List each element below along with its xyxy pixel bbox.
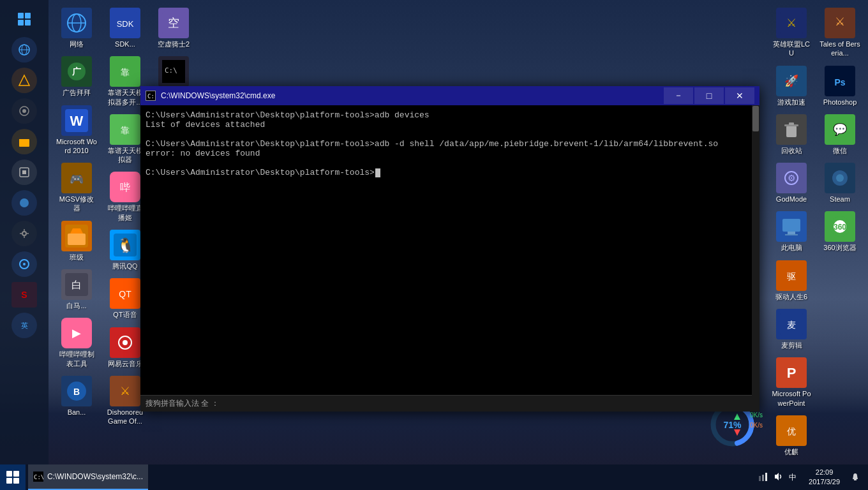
cmd-line-7: C:\Users\Administrator\Desktop\platform-… [146, 168, 754, 177]
clock[interactable]: 22:09 2017/3/29 [804, 468, 845, 487]
svg-text:💬: 💬 [833, 122, 848, 137]
desktop-icon-baima[interactable]: 白 白马... [54, 267, 100, 313]
cmd-ime-bar: 搜狗拼音输入法 全 ： [140, 395, 760, 412]
svg-point-14 [23, 263, 26, 265]
desktop-icon-ban[interactable]: B Ban... [54, 373, 100, 419]
desktop-icon-360-browser[interactable]: 360 360浏览器 [817, 209, 863, 255]
desktop-icon-recycle-bin[interactable]: 回收站 [768, 112, 814, 158]
start-button[interactable] [0, 464, 26, 490]
sidebar-eng-icon[interactable]: 英 [11, 313, 37, 338]
svg-rect-68 [788, 232, 795, 234]
tray-ime-icon[interactable]: 中 [787, 472, 798, 483]
svg-point-47 [123, 340, 128, 345]
desktop-icon-sdk[interactable]: SDK SDK... [102, 5, 148, 51]
tray-network-icon[interactable] [756, 471, 770, 484]
taskbar-cmd-item[interactable]: C:\ C:\WINDOWS\system32\c... [28, 464, 148, 490]
desktop-icon-my-computer[interactable]: 此电脑 [768, 209, 814, 255]
cmd-line-6 [146, 158, 754, 168]
cmd-close-button[interactable]: ✕ [725, 87, 754, 104]
cmd-minimize-button[interactable]: － [664, 87, 693, 104]
desktop-icon-network[interactable]: 网络 [54, 5, 100, 51]
desktop-icon-godmode[interactable]: ⚙ GodMode [768, 160, 814, 206]
sidebar-sogou-icon[interactable]: S [11, 282, 37, 308]
windows-start-button[interactable] [11, 6, 37, 32]
desktop: C:\ C:\WINDOWS\system32\cmd.exe － □ ✕ C:… [0, 0, 868, 490]
svg-rect-10 [22, 170, 26, 174]
sidebar-button-folder[interactable] [11, 129, 37, 154]
svg-text:白: 白 [71, 279, 82, 290]
svg-rect-96 [759, 476, 761, 481]
desktop-icon-steam[interactable]: Steam [817, 160, 863, 206]
svg-rect-69 [785, 234, 798, 235]
desktop-icon-driver-life[interactable]: 驱 驱动人生6 [768, 258, 814, 304]
desktop-icon-hollow-knight[interactable]: 空 空虚骑士2 [151, 5, 197, 51]
network-info: 0K/s 0K/s [750, 410, 763, 431]
desktop-icon-wechat[interactable]: 💬 微信 [817, 112, 863, 158]
svg-marker-92 [734, 413, 740, 420]
svg-point-12 [22, 232, 26, 235]
sidebar-button-3[interactable] [11, 98, 37, 124]
svg-text:B: B [73, 387, 80, 397]
svg-marker-93 [734, 429, 740, 436]
svg-point-86 [836, 174, 844, 182]
scrollbar-thumb[interactable] [752, 106, 759, 131]
desktop-icon-maijianji[interactable]: 麦 麦剪辑 [768, 306, 814, 352]
cmd-content[interactable]: C:\Users\Administrator\Desktop\platform-… [140, 105, 760, 395]
net-up-speed: 0K/s [750, 410, 763, 420]
svg-text:靠: 靠 [121, 125, 130, 135]
sidebar-button-2[interactable] [11, 68, 37, 93]
svg-text:C:\: C:\ [34, 474, 43, 480]
sidebar-button-6[interactable] [11, 190, 37, 216]
taskbar-cmd-label: C:\WINDOWS\system32\c... [47, 472, 143, 481]
svg-text:W: W [70, 113, 84, 129]
desktop-icon-tales-berseria[interactable]: ⚔ Tales of Berseria... [817, 5, 863, 61]
svg-rect-63 [789, 122, 794, 125]
svg-rect-25 [68, 234, 86, 245]
svg-rect-61 [786, 126, 797, 137]
desktop-icon-bilibili-tool[interactable]: ▶ 哔哩哔哩制表工具 [54, 315, 100, 371]
vertical-sidebar: S 英 [0, 0, 49, 464]
desktop-icon-photoshop[interactable]: Ps Photoshop [817, 63, 863, 109]
svg-text:⚔: ⚔ [786, 17, 797, 29]
svg-text:⚔: ⚔ [835, 15, 845, 28]
cmd-maximize-button[interactable]: □ [694, 87, 724, 104]
svg-text:驱: 驱 [787, 271, 796, 281]
desktop-icon-youqi[interactable]: 优 优麒 [768, 413, 814, 459]
svg-text:🚀: 🚀 [784, 74, 799, 88]
clock-date: 2017/3/29 [809, 477, 840, 487]
svg-text:靠: 靠 [121, 67, 130, 77]
sidebar-button-network[interactable] [11, 37, 37, 63]
svg-text:QT: QT [119, 289, 131, 299]
notification-button[interactable] [848, 464, 863, 490]
cmd-line-5: error: no devices found [146, 149, 754, 158]
desktop-icon-banji[interactable]: 班级 [54, 218, 100, 264]
svg-rect-97 [762, 475, 764, 481]
sidebar-button-5[interactable] [11, 160, 37, 185]
desktop-icon-game-accelerator[interactable]: 🚀 游戏加速 [768, 63, 814, 109]
sidebar-button-settings[interactable] [11, 221, 37, 246]
tray-volume-icon[interactable] [772, 471, 786, 484]
cmd-line-4: C:\Users\Administrator\Desktop\platform-… [146, 139, 754, 149]
desktop-icon-powerpoint[interactable]: P Microsoft PowerPoint [768, 355, 814, 410]
cmd-line-3 [146, 130, 754, 139]
desktop-icon-adbaibye[interactable]: 广 广告拜拜 [54, 54, 100, 100]
svg-point-11 [20, 198, 29, 207]
svg-rect-67 [782, 219, 800, 232]
svg-marker-5 [19, 75, 29, 85]
sidebar-button-8[interactable] [11, 251, 37, 277]
cmd-line-2: List of devices attached [146, 120, 754, 130]
svg-text:优: 优 [787, 426, 796, 436]
svg-text:C:\: C:\ [165, 66, 177, 75]
taskbar-items: C:\ C:\WINDOWS\system32\c... [26, 464, 754, 490]
cmd-scrollbar[interactable] [752, 105, 760, 395]
desktop-icon-word[interactable]: W Microsoft Word 2010 [54, 103, 100, 158]
desktop-icon-lol-lcu[interactable]: ⚔ 英雄联盟LCU [768, 5, 814, 61]
clock-time: 22:09 [809, 468, 840, 477]
desktop-icons-right: ⚔ 英雄联盟LCU 🚀 游戏加速 回收站 ⚙ GodMode [763, 0, 865, 464]
svg-text:⚙: ⚙ [788, 173, 796, 183]
svg-text:Ps: Ps [834, 77, 845, 87]
desktop-icon-mgsv[interactable]: 🎮 MGSV修改器 [54, 160, 100, 216]
svg-text:360: 360 [834, 223, 846, 232]
svg-text:🎮: 🎮 [70, 172, 84, 186]
cmd-window: C:\ C:\WINDOWS\system32\cmd.exe － □ ✕ C:… [140, 86, 760, 412]
